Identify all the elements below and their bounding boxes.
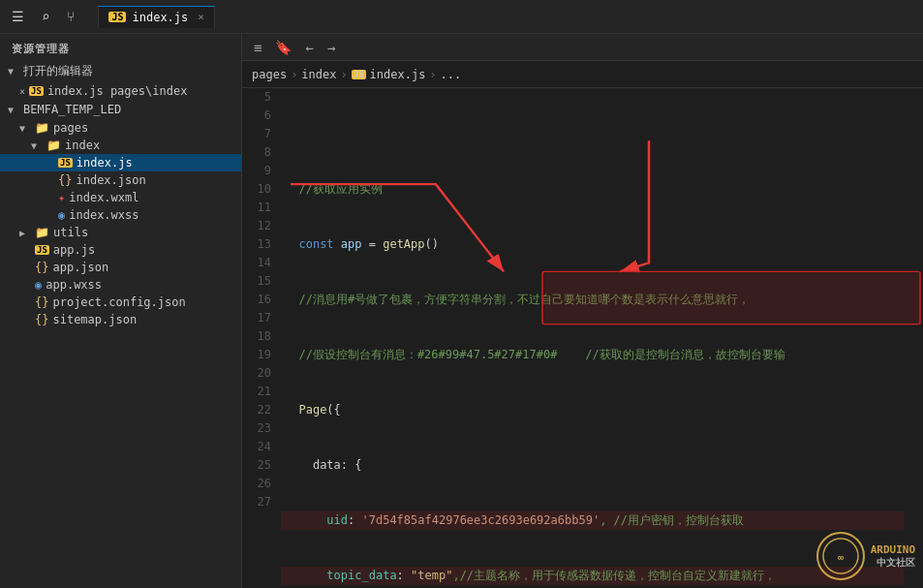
indexjs-label: index.js [77,156,133,170]
open-editors-section[interactable]: ▼ 打开的编辑器 [0,60,241,82]
tree-item-index-wxml[interactable]: ✦ index.wxml [0,189,241,206]
line-13: topic_data: "temp",//主题名称，用于传感器数据传递，控制台自… [281,567,904,585]
sidebar-header: 资源管理器 [0,34,241,60]
tree-item-appjson[interactable]: {} app.json [0,259,241,276]
close-icon[interactable]: × [19,86,25,97]
appjs-icon: JS [35,245,49,255]
code-display: //获取应用实例 const app = getApp() //消息用#号做了包… [281,88,923,588]
tab-bar: JS index.js × [98,6,214,28]
watermark: ∞ ARDUINO 中文社区 [816,532,915,580]
open-editors-label: 打开的编辑器 [23,63,93,79]
sitemap-icon: {} [35,313,48,326]
tree-item-projectconfig[interactable]: {} project.config.json [0,294,241,311]
editor-toolbar: ≡ 🔖 ← → [242,34,923,61]
line-12: uid: '7d54f85af42976ee3c2693e692a6bb59',… [281,511,904,530]
project-name: BEMFA_TEMP_LED [23,103,121,116]
tree-item-index-folder[interactable]: ▼ 📁 index [0,137,241,154]
tab-close-button[interactable]: × [198,11,204,23]
watermark-text: ARDUINO 中文社区 [871,543,915,570]
bookmark-icon[interactable]: 🔖 [271,38,295,57]
projectconfig-icon: {} [35,295,48,309]
open-file-label: index.js pages\index [47,84,188,98]
js-file-icon: JS [108,12,126,22]
appwxss-icon: ◉ [35,278,42,292]
tree-item-index-json[interactable]: {} index.json [0,171,241,189]
indexwxss-label: index.wxss [69,208,138,222]
search-icon[interactable]: ⌕ [38,7,53,26]
tab-label: index.js [132,11,188,24]
appjson-icon: {} [35,261,48,274]
line-6: //获取应用实例 [281,180,904,199]
sidebar: 资源管理器 ▼ 打开的编辑器 × JS index.js pages\index… [0,34,242,588]
editor-wrapper: 5 6 7 8 9 10 11 12 13 14 15 16 17 18 19 … [242,88,923,588]
tree-item-index-js[interactable]: JS index.js [0,154,241,171]
menu-icon[interactable]: ☰ [8,7,28,26]
tree-item-utils[interactable]: ▶ 📁 utils [0,224,241,241]
indexjs-icon: JS [58,158,73,168]
arduino-logo: ∞ [816,532,865,580]
project-arrow: ▼ [8,105,19,115]
indexwxml-label: index.wxml [69,191,138,204]
arrow-icon: ▼ [8,66,19,77]
indexjson-icon: {} [58,173,72,187]
project-section[interactable]: ▼ BEMFA_TEMP_LED [0,100,241,119]
indexjson-label: index.json [76,173,145,187]
appwxss-label: app.wxss [46,278,102,292]
line-5 [281,125,904,143]
utils-folder-icon: 📁 [35,226,49,239]
line-10: Page({ [281,401,904,419]
tree-item-index-wxss[interactable]: ◉ index.wxss [0,206,241,224]
main-area: 资源管理器 ▼ 打开的编辑器 × JS index.js pages\index… [0,34,923,588]
sep1: › [291,68,297,81]
breadcrumb-index[interactable]: index [301,68,336,81]
line-7: const app = getApp() [281,235,904,254]
editor-area: ≡ 🔖 ← → pages › index › JS index.js › ..… [242,34,923,588]
index-arrow: ▼ [31,140,43,151]
breadcrumb-dots: ... [441,68,462,81]
open-file-item[interactable]: × JS index.js pages\index [0,82,241,100]
tree-item-pages[interactable]: ▼ 📁 pages [0,119,241,137]
back-icon[interactable]: ← [301,38,317,57]
list-icon[interactable]: ≡ [250,38,265,57]
appjson-label: app.json [52,261,108,274]
pages-arrow: ▼ [19,123,31,134]
watermark-line1: ARDUINO [871,543,915,556]
title-bar: ☰ ⌕ ⑂ JS index.js × [0,0,923,34]
sep3: › [429,68,436,81]
index-folder-icon: 📁 [46,139,61,152]
projectconfig-label: project.config.json [52,295,185,309]
indexwxss-icon: ◉ [58,208,65,222]
sep2: › [340,68,347,81]
breadcrumb: pages › index › JS index.js › ... [242,61,923,88]
forward-icon[interactable]: → [323,38,339,57]
breadcrumb-js-icon: JS [352,70,366,79]
folder-icon: 📁 [35,121,49,135]
line-8: //消息用#号做了包裹，方便字符串分割，不过自己要知道哪个数是表示什么意思就行， [281,291,904,309]
indexwxml-icon: ✦ [58,191,65,204]
sitemap-label: sitemap.json [52,313,137,326]
line-numbers: 5 6 7 8 9 10 11 12 13 14 15 16 17 18 19 … [242,88,281,588]
line-11: data: { [281,456,904,475]
source-control-icon[interactable]: ⑂ [63,7,78,26]
svg-text:∞: ∞ [838,552,844,563]
utils-arrow: ▶ [19,228,31,238]
watermark-line2: 中文社区 [871,556,915,570]
utils-label: utils [53,226,88,239]
tree-item-appjs[interactable]: JS app.js [0,241,241,259]
title-bar-icons: ☰ ⌕ ⑂ [8,7,78,26]
line-9: //假设控制台有消息：#26#99#47.5#27#17#0# //获取的是控制… [281,346,904,364]
breadcrumb-indexjs[interactable]: index.js [370,68,426,81]
pages-label: pages [53,121,88,135]
tab-index-js[interactable]: JS index.js × [98,6,214,28]
breadcrumb-pages[interactable]: pages [252,68,287,81]
tree-item-appwxss[interactable]: ◉ app.wxss [0,276,241,294]
index-folder-label: index [65,139,100,152]
js-icon: JS [29,86,44,96]
tree-item-sitemap[interactable]: {} sitemap.json [0,311,241,328]
appjs-label: app.js [53,243,95,257]
editor-content[interactable]: 5 6 7 8 9 10 11 12 13 14 15 16 17 18 19 … [242,88,923,588]
